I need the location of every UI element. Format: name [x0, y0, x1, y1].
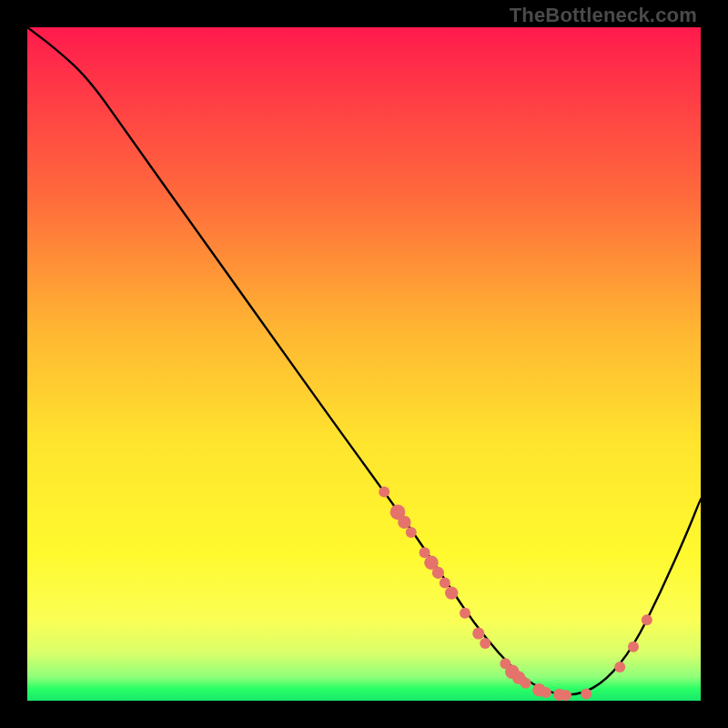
chart-dot	[642, 614, 652, 625]
chart-dot	[440, 578, 450, 589]
chart-dot	[432, 567, 444, 579]
chart-dot	[480, 638, 490, 649]
chart-dot	[628, 642, 639, 652]
watermark-text: TheBottleneck.com	[510, 4, 697, 27]
chart-dots	[379, 487, 652, 701]
chart-dot	[445, 586, 458, 599]
chart-dot	[614, 662, 625, 672]
chart-dot	[561, 690, 571, 701]
chart-dot	[460, 608, 470, 619]
bottleneck-chart	[27, 27, 701, 701]
chart-dot	[472, 627, 484, 639]
chart-dot	[541, 687, 551, 698]
chart-dot	[521, 678, 531, 689]
chart-curve	[27, 27, 701, 694]
chart-dot	[379, 487, 389, 498]
chart-dot	[406, 527, 417, 538]
chart-dot	[581, 689, 592, 700]
chart-dot	[398, 516, 410, 529]
